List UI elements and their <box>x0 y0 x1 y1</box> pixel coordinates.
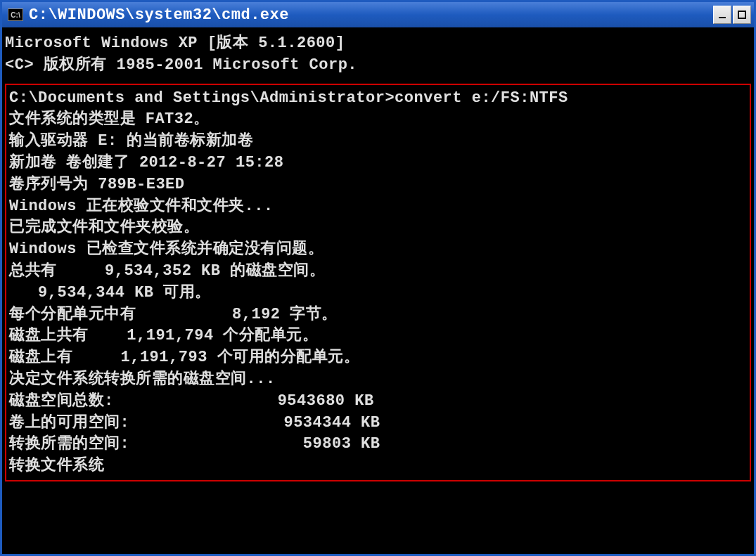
output-line: 决定文件系统转换所需的磁盘空间... <box>9 369 747 391</box>
minimize-button[interactable] <box>713 6 731 24</box>
terminal-area[interactable]: Microsoft Windows XP [版本 5.1.2600] <C> 版… <box>2 27 754 554</box>
output-line: Windows 正在校验文件和文件夹... <box>9 196 747 218</box>
output-line: 每个分配单元中有 8,192 字节。 <box>9 304 747 326</box>
header-line-2: <C> 版权所有 1985-2001 Microsoft Corp. <box>5 55 751 77</box>
titlebar-buttons <box>713 6 751 24</box>
maximize-button[interactable] <box>733 6 751 24</box>
titlebar-left: C:\ C:\WINDOWS\system32\cmd.exe <box>8 6 289 24</box>
output-line: 文件系统的类型是 FAT32。 <box>9 109 747 131</box>
output-line: 转换文件系统 <box>9 455 747 477</box>
svg-rect-0 <box>719 17 726 18</box>
output-line: 输入驱动器 E: 的当前卷标新加卷 <box>9 131 747 153</box>
output-line: Windows 已检查文件系统并确定没有问题。 <box>9 239 747 261</box>
output-line: 9,534,344 KB 可用。 <box>9 283 747 304</box>
titlebar[interactable]: C:\ C:\WINDOWS\system32\cmd.exe <box>2 2 754 27</box>
maximize-icon <box>737 10 747 20</box>
output-line: 已完成文件和文件夹校验。 <box>9 217 747 239</box>
header-line-1: Microsoft Windows XP [版本 5.1.2600] <box>5 33 751 55</box>
output-line: 新加卷 卷创建了 2012-8-27 15:28 <box>9 153 747 174</box>
output-line: 磁盘上有 1,191,793 个可用的分配单元。 <box>9 347 747 369</box>
output-line: 卷上的可用空间: 9534344 KB <box>9 413 747 434</box>
output-line: 总共有 9,534,352 KB 的磁盘空间。 <box>9 261 747 283</box>
command-line: C:\Documents and Settings\Administrator>… <box>9 88 747 110</box>
cmd-icon: C:\ <box>8 8 23 21</box>
highlight-box: C:\Documents and Settings\Administrator>… <box>5 84 751 481</box>
cmd-window: C:\ C:\WINDOWS\system32\cmd.exe Microsof… <box>0 0 756 556</box>
svg-rect-1 <box>738 11 745 18</box>
window-title: C:\WINDOWS\system32\cmd.exe <box>29 6 289 24</box>
output-line: 卷序列号为 789B-E3ED <box>9 174 747 196</box>
output-line: 磁盘上共有 1,191,794 个分配单元。 <box>9 325 747 347</box>
output-line: 磁盘空间总数: 9543680 KB <box>9 391 747 413</box>
minimize-icon <box>717 10 727 20</box>
output-line: 转换所需的空间: 59803 KB <box>9 434 747 455</box>
